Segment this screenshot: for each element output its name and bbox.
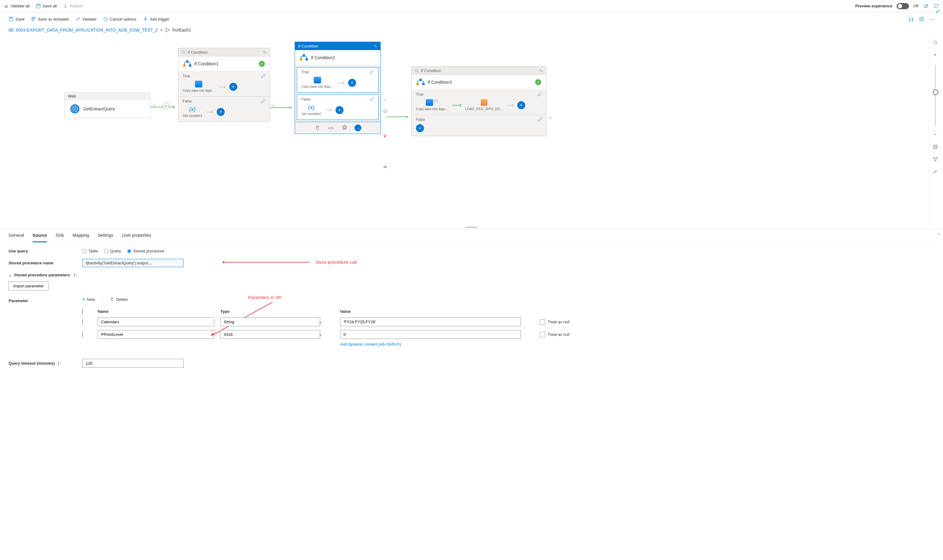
validate-all-button[interactable]: Validate all [4,4,30,9]
add-trigger-button[interactable]: Add trigger [143,17,170,22]
svg-rect-2 [934,5,938,7]
success-port-icon[interactable]: ✓ [549,115,553,120]
code-icon[interactable]: </> [327,125,334,131]
param-name-input[interactable] [97,317,214,326]
treat-null-checkbox[interactable] [540,332,545,337]
add-activity-button[interactable]: + [229,83,237,91]
info-icon[interactable]: i [73,273,77,277]
completion-port-icon[interactable]: ➔ [383,165,387,169]
row-checkbox[interactable] [82,332,83,337]
add-activity-button[interactable]: + [335,106,344,114]
copy-data-activity[interactable]: Copy data into Algo... [301,77,334,89]
import-parameter-button[interactable]: Import parameter [9,282,48,291]
fail-port-icon[interactable]: ✕ [383,134,387,138]
param-name-input[interactable] [97,330,214,339]
new-param-button[interactable]: + New [82,297,102,302]
copydata-icon [314,77,321,83]
if-condition-3[interactable]: If Condition ⤡ If Condition3 ✓ True Copy… [411,66,546,136]
web-activity[interactable]: Web GetExtractQuery [65,92,150,118]
success-port-icon[interactable]: ✓ [383,97,387,102]
svg-rect-14 [166,31,167,32]
preview-toggle[interactable] [897,3,909,9]
zoom-out-icon[interactable]: − [931,131,939,138]
pipeline-link[interactable]: 0003-EXPORT_DATA_FROM_APPLICATION_INTO_A… [16,28,158,32]
edit-icon[interactable] [537,117,542,122]
select-all-checkbox[interactable] [82,309,83,314]
add-activity-button[interactable]: + [217,108,225,116]
edit-icon[interactable] [370,70,374,74]
add-node-button[interactable]: + [163,102,170,109]
save-button[interactable]: Save [9,17,25,22]
svg-rect-19 [186,60,188,62]
info-icon[interactable]: i [57,361,61,366]
collapse-icon[interactable]: ⤡ [539,68,543,73]
copy-icon[interactable] [341,125,348,131]
refresh-icon[interactable] [923,3,929,9]
radio-stored-procedure[interactable]: Stored procedure [127,249,164,253]
set-variable-activity[interactable]: (x) Set variable2 [301,104,321,116]
canvas[interactable]: Web GetExtractQuery ✓ + If Condition ⤡ I… [0,35,943,226]
tab-settings[interactable]: Settings [97,229,113,242]
collapse-icon[interactable]: ⤡ [373,43,377,48]
query-timeout-input[interactable] [82,359,184,368]
radio-table[interactable]: Table [82,249,98,253]
svg-rect-27 [417,83,419,85]
chevron-up-icon[interactable]: ⌃ [937,233,940,237]
expand-diag-icon[interactable]: ⤢ [935,8,940,15]
if-condition-1[interactable]: If Condition ⤡ If Condition1 ✓ True Copy… [178,48,270,122]
tab-user-properties[interactable]: User properties [122,229,151,242]
add-activity-button[interactable]: + [416,124,424,132]
svg-rect-15 [168,29,170,31]
param-type-select[interactable] [221,330,320,339]
fit-icon[interactable] [931,143,939,151]
save-all-button[interactable]: Save all [36,4,57,9]
layout-icon[interactable] [931,155,939,163]
tab-mapping[interactable]: Mapping [73,229,90,242]
param-value-input[interactable] [340,330,521,339]
json-icon[interactable]: { } [908,16,914,22]
tab-source[interactable]: Source [32,229,47,242]
zoom-slider[interactable] [935,65,935,126]
edit-icon[interactable] [537,92,542,97]
cancel-options-button[interactable]: Cancel options [103,17,136,22]
param-type-select[interactable] [221,317,320,326]
delete-param-button[interactable]: Delete [110,297,128,302]
row-checkbox[interactable] [82,319,83,325]
svg-rect-18 [189,65,191,66]
tab-general[interactable]: General [9,229,24,242]
if-condition-2[interactable]: If Condition ⤡ If Condition2 True Copy d… [295,42,381,134]
search-icon[interactable] [931,38,939,47]
add-dynamic-content-link[interactable]: Add dynamic content [Alt+Shift+D] [340,342,531,346]
add-activity-button[interactable]: + [517,101,525,109]
top-toolbar: Validate all Save all Publish Preview ex… [0,0,943,12]
condition-icon [300,54,308,62]
sp-params-toggle[interactable]: ⌄ Stored procedure parameters i [9,272,934,277]
load-file-activity[interactable]: LOAD_FILE_INTO_ED... [465,99,503,111]
copy-data-activity[interactable]: Copy data into Algo... [183,81,215,92]
skip-port-icon[interactable] [383,109,387,114]
cancel-label: Cancel options [110,17,136,22]
radio-query[interactable]: Query [104,249,121,253]
tab-sink[interactable]: Sink [56,229,64,242]
delete-icon[interactable] [314,125,321,131]
fx-icon: (x) [188,106,197,112]
edit-icon[interactable] [261,74,265,78]
treat-null-checkbox[interactable] [540,319,545,325]
panel-splitter[interactable] [0,226,943,229]
edit-icon[interactable] [370,97,374,102]
save-template-button[interactable]: Save as template [31,17,69,22]
edit-icon[interactable] [261,99,265,103]
sp-name-input[interactable] [82,259,184,267]
param-value-input[interactable] [340,317,521,326]
validate-button[interactable]: Validate [76,17,96,22]
collapse-icon[interactable]: ⤡ [263,50,267,55]
more-icon[interactable]: ⋯ [929,15,934,22]
svg-rect-29 [419,79,421,81]
add-activity-button[interactable]: + [348,79,356,87]
zoom-in-icon[interactable]: + [931,51,939,59]
copy-data-activity[interactable]: Copy data into Algo... [416,99,448,111]
set-variable-activity[interactable]: (x) Set variable1 [183,106,202,118]
fullscreen-icon[interactable]: ⤢ [931,168,939,175]
next-icon[interactable]: → [355,125,361,131]
properties-icon[interactable] [918,16,924,22]
